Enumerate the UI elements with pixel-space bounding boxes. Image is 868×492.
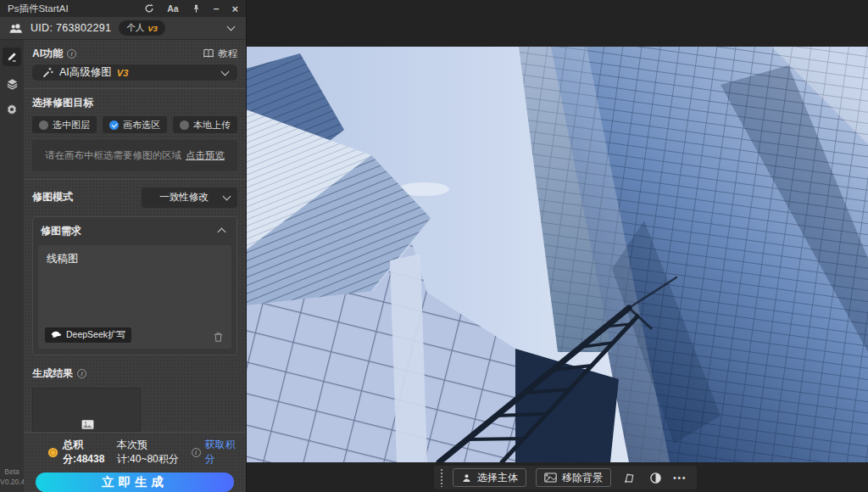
deepseek-whale-icon	[51, 331, 62, 338]
radio-canvas-selection[interactable]: 画布选区	[103, 116, 167, 133]
info-icon[interactable]	[67, 49, 76, 59]
trash-icon[interactable]	[213, 332, 224, 343]
requirement-section: 修图需求 线稿图 DeepSeek扩写	[32, 216, 237, 355]
font-size-icon[interactable]: Aa	[167, 4, 178, 14]
settings-gear-icon[interactable]	[3, 100, 21, 119]
layers-tool-icon[interactable]	[3, 74, 21, 92]
tutorial-link[interactable]: 教程	[203, 48, 237, 60]
radio-checked-icon	[109, 120, 119, 130]
uid-label: UID: 763802291	[31, 22, 111, 34]
estimate-points: 本次预计:40~80积分	[117, 438, 187, 467]
radio-circle-icon	[39, 120, 48, 130]
panel-content: AI功能 教程 AI高级修图 V3	[24, 40, 246, 492]
edit-tool-icon[interactable]	[3, 48, 21, 66]
mode-dropdown[interactable]: 一致性修改	[142, 187, 237, 208]
refresh-icon[interactable]	[144, 3, 154, 14]
plugin-version: Beta V0.20.4	[0, 467, 24, 487]
info-icon[interactable]	[192, 448, 201, 457]
preview-link[interactable]: 点击预览	[186, 149, 225, 162]
minimize-icon[interactable]: –	[214, 3, 220, 14]
drag-handle[interactable]	[440, 468, 443, 487]
result-thumbnail[interactable]	[32, 388, 141, 432]
ai-function-dropdown[interactable]: AI高级修图 V3	[32, 64, 237, 81]
panel-titlebar: Ps插件StartAI Aa – ×	[0, 0, 246, 17]
magic-wand-icon	[42, 66, 54, 79]
pin-icon[interactable]	[192, 3, 201, 14]
tool-strip: Beta V0.20.4	[0, 40, 24, 492]
close-icon[interactable]: ×	[231, 3, 238, 14]
canvas-image[interactable]	[246, 47, 868, 462]
image-checker-icon	[544, 472, 557, 483]
target-options: 选中图层 画布选区 本地上传	[32, 116, 237, 133]
total-points: 总积分:48438	[63, 438, 110, 467]
person-icon	[461, 472, 472, 484]
function-version: V3	[117, 68, 128, 78]
target-section-label: 选择修图目标	[32, 96, 93, 110]
account-chevron-down-icon[interactable]	[227, 23, 236, 31]
dropdown-chevron-down-icon	[221, 67, 230, 75]
dropdown-chevron-down-icon	[223, 192, 231, 200]
titlebar-actions: Aa – ×	[144, 3, 238, 14]
perspective-select-icon[interactable]	[620, 472, 637, 484]
mode-label: 修图模式	[32, 190, 73, 204]
book-icon	[203, 48, 214, 59]
app-window: Ps插件StartAI Aa – × UID: 763802291 个人 V3	[0, 0, 868, 492]
select-subject-button[interactable]: 选择主体	[453, 468, 526, 487]
collapse-chevron-up-icon[interactable]	[218, 228, 226, 237]
user-group-icon	[8, 23, 23, 34]
points-row: 总积分:48438 本次预计:40~80积分 获取积分	[24, 432, 246, 467]
plan-version: V3	[147, 24, 158, 33]
radio-local-upload[interactable]: 本地上传	[173, 116, 237, 133]
radio-circle-icon	[180, 120, 189, 130]
deepseek-expand-button[interactable]: DeepSeek扩写	[45, 327, 131, 343]
contrast-icon[interactable]	[647, 472, 664, 484]
ps-canvas-area: 选择主体 移除背景 •••	[246, 0, 868, 492]
selection-hint: 请在画布中框选需要修图的区域 点击预览	[32, 140, 237, 171]
prompt-textarea[interactable]: 线稿图 DeepSeek扩写	[38, 245, 231, 349]
prompt-text: 线稿图	[47, 253, 79, 265]
generate-button[interactable]: 立即生成	[36, 472, 234, 492]
divider	[24, 88, 246, 89]
plugin-panel: Ps插件StartAI Aa – × UID: 763802291 个人 V3	[0, 0, 246, 492]
info-icon[interactable]	[77, 369, 86, 378]
ai-function-label: AI功能	[32, 47, 76, 61]
result-label: 生成结果	[32, 366, 86, 381]
divider	[24, 179, 246, 180]
panel-title: Ps插件StartAI	[8, 3, 69, 15]
coin-icon	[47, 447, 58, 458]
requirement-header[interactable]: 修图需求	[38, 222, 231, 245]
radio-selected-layer[interactable]: 选中图层	[32, 116, 97, 133]
more-options-icon[interactable]: •••	[673, 472, 687, 483]
plan-badge[interactable]: 个人 V3	[119, 20, 165, 36]
get-points-link[interactable]: 获取积分	[205, 438, 236, 467]
image-placeholder-icon	[81, 419, 95, 430]
account-row[interactable]: UID: 763802291 个人 V3	[0, 17, 246, 40]
canvas-quick-toolbar: 选择主体 移除背景 •••	[434, 466, 697, 489]
panel-body: Beta V0.20.4 AI功能 教程	[0, 40, 246, 492]
remove-background-button[interactable]: 移除背景	[536, 468, 611, 487]
